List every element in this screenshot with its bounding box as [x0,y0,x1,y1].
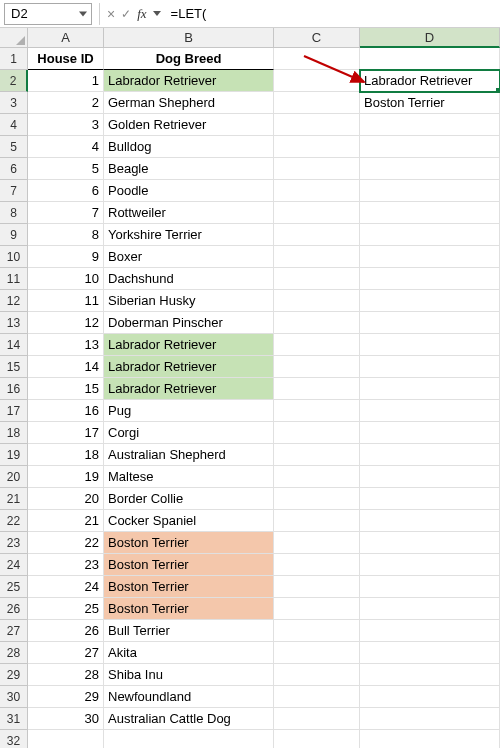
cell-result[interactable] [360,246,500,268]
cell-dog-breed[interactable]: Rottweiler [104,202,274,224]
cell[interactable] [274,290,360,312]
cell-result[interactable] [360,268,500,290]
cell-dog-breed[interactable]: Corgi [104,422,274,444]
cell-house-id[interactable]: 29 [28,686,104,708]
row-header[interactable]: 30 [0,686,28,708]
confirm-icon[interactable]: ✓ [121,7,131,21]
row-header[interactable]: 27 [0,620,28,642]
cell-dog-breed[interactable]: Labrador Retriever [104,334,274,356]
cell[interactable] [274,532,360,554]
cell[interactable] [274,554,360,576]
cell-house-id[interactable]: 11 [28,290,104,312]
cell-dog-breed[interactable]: Cocker Spaniel [104,510,274,532]
cell-house-id[interactable]: 24 [28,576,104,598]
cell[interactable] [274,400,360,422]
row-header[interactable]: 6 [0,158,28,180]
cell[interactable] [274,730,360,748]
cell-dog-breed[interactable]: German Shepherd [104,92,274,114]
cell-result[interactable] [360,466,500,488]
spreadsheet-grid[interactable]: A B C D 1House IDDog Breed21Labrador Ret… [0,28,500,748]
cell-house-id[interactable]: 16 [28,400,104,422]
cell[interactable] [274,180,360,202]
cell-result[interactable] [360,334,500,356]
cell-house-id[interactable]: 3 [28,114,104,136]
row-header[interactable]: 20 [0,466,28,488]
row-header[interactable]: 31 [0,708,28,730]
cell-result[interactable] [360,598,500,620]
cell-result[interactable] [360,444,500,466]
cell[interactable] [274,246,360,268]
row-header[interactable]: 28 [0,642,28,664]
row-header[interactable]: 11 [0,268,28,290]
cell-house-id[interactable]: 2 [28,92,104,114]
cell-house-id[interactable]: 28 [28,664,104,686]
cell-dog-breed[interactable]: Boxer [104,246,274,268]
cell-result[interactable] [360,532,500,554]
row-header[interactable]: 26 [0,598,28,620]
cell-result[interactable] [360,576,500,598]
cell-house-id[interactable]: 6 [28,180,104,202]
cell-dog-breed[interactable]: Boston Terrier [104,532,274,554]
cell-result[interactable] [360,224,500,246]
row-header[interactable]: 14 [0,334,28,356]
cell-result[interactable]: Labrador Retriever [360,70,500,92]
row-header[interactable]: 9 [0,224,28,246]
cell[interactable] [274,378,360,400]
cell-dog-breed[interactable]: Dachshund [104,268,274,290]
row-header[interactable]: 32 [0,730,28,748]
cell-result[interactable] [360,708,500,730]
cell-result[interactable] [360,642,500,664]
cell[interactable] [274,202,360,224]
row-header[interactable]: 5 [0,136,28,158]
cell-result[interactable] [360,136,500,158]
cell-result[interactable] [360,686,500,708]
cell-dog-breed[interactable]: Bulldog [104,136,274,158]
row-header[interactable]: 13 [0,312,28,334]
cell-dog-breed[interactable]: Bull Terrier [104,620,274,642]
cell-dog-breed[interactable]: Yorkshire Terrier [104,224,274,246]
cell-house-id[interactable]: 27 [28,642,104,664]
formula-input[interactable] [165,3,500,25]
table-header-dog-breed[interactable]: Dog Breed [104,48,274,70]
cell[interactable] [274,158,360,180]
fx-icon[interactable]: fx [137,6,146,22]
column-header-b[interactable]: B [104,28,274,48]
cell[interactable] [274,686,360,708]
cell[interactable] [274,224,360,246]
row-header[interactable]: 15 [0,356,28,378]
name-box[interactable]: D2 [4,3,92,25]
cell-dog-breed[interactable]: Beagle [104,158,274,180]
row-header[interactable]: 21 [0,488,28,510]
cell-house-id[interactable]: 18 [28,444,104,466]
cell[interactable] [274,664,360,686]
cell-house-id[interactable]: 5 [28,158,104,180]
cell-house-id[interactable]: 1 [28,70,104,92]
cell-house-id[interactable]: 23 [28,554,104,576]
cell-house-id[interactable]: 14 [28,356,104,378]
cell-house-id[interactable]: 7 [28,202,104,224]
cell[interactable] [274,642,360,664]
cell-house-id[interactable]: 19 [28,466,104,488]
cell-house-id[interactable]: 25 [28,598,104,620]
cell-house-id[interactable]: 30 [28,708,104,730]
cell-dog-breed[interactable]: Newfoundland [104,686,274,708]
cell[interactable] [274,510,360,532]
cell-result[interactable] [360,158,500,180]
cell-house-id[interactable]: 12 [28,312,104,334]
cell-house-id[interactable]: 22 [28,532,104,554]
cell-result[interactable] [360,202,500,224]
row-header[interactable]: 12 [0,290,28,312]
cell[interactable] [274,620,360,642]
cell[interactable] [274,422,360,444]
cell-result[interactable] [360,114,500,136]
cell-house-id[interactable]: 17 [28,422,104,444]
cell-dog-breed[interactable]: Boston Terrier [104,576,274,598]
row-header[interactable]: 3 [0,92,28,114]
cell-house-id[interactable]: 4 [28,136,104,158]
cancel-icon[interactable]: × [107,6,115,22]
cell-dog-breed[interactable]: Boston Terrier [104,598,274,620]
cell-dog-breed[interactable]: Australian Cattle Dog [104,708,274,730]
cell-dog-breed[interactable]: Labrador Retriever [104,70,274,92]
cell[interactable] [274,444,360,466]
cell-house-id[interactable]: 10 [28,268,104,290]
